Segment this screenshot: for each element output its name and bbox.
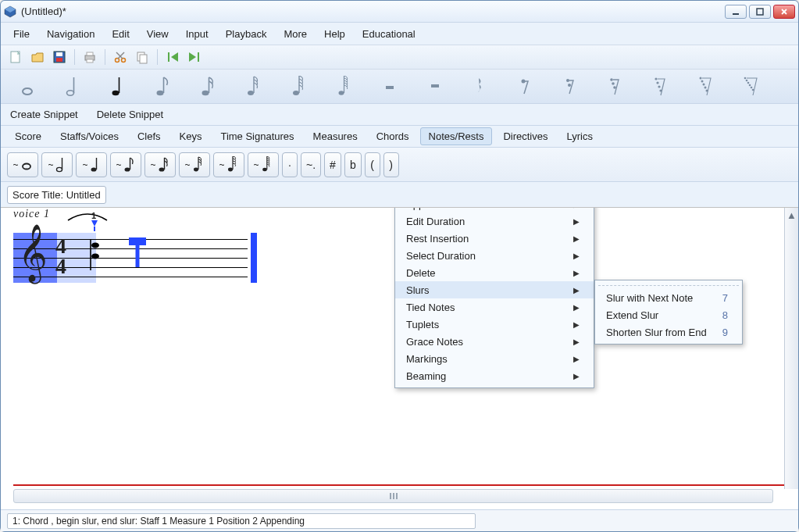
menu-rest-insertion[interactable]: Rest Insertion▶ <box>395 230 594 247</box>
svg-rect-2 <box>733 13 739 15</box>
dot-button[interactable]: · <box>282 152 298 177</box>
create-snippet-button[interactable]: Create Snippet <box>7 107 81 122</box>
dur-tied-32nd[interactable]: ~ <box>179 152 210 177</box>
rest-64th[interactable] <box>646 75 677 98</box>
rest-quarter[interactable] <box>465 75 496 98</box>
close-button[interactable] <box>773 5 795 19</box>
nav-next-button[interactable] <box>186 48 203 66</box>
tab-notes-rests[interactable]: Notes/Rests <box>420 127 493 145</box>
menu-help[interactable]: Help <box>316 26 353 42</box>
menu-view[interactable]: View <box>139 26 177 42</box>
statusbar: 1: Chord , begin slur, end slur: Staff 1… <box>1 509 798 531</box>
rest-256th[interactable] <box>737 75 768 98</box>
cut-button[interactable] <box>112 48 129 66</box>
menu-file[interactable]: File <box>5 26 37 42</box>
paren-open-button[interactable]: ( <box>365 152 380 177</box>
tab-directives[interactable]: Directives <box>495 128 555 145</box>
vertical-scrollbar[interactable]: ▲ <box>784 208 798 489</box>
tab-lyrics[interactable]: Lyrics <box>558 128 600 145</box>
menu-input[interactable]: Input <box>178 26 216 42</box>
paren-close-button[interactable]: ) <box>383 152 399 177</box>
svg-point-46 <box>655 77 657 80</box>
svg-point-56 <box>746 79 748 81</box>
rest-eighth[interactable] <box>510 75 541 98</box>
svg-point-52 <box>703 83 705 85</box>
svg-point-72 <box>228 167 233 171</box>
open-file-button[interactable] <box>29 48 46 66</box>
save-file-button[interactable] <box>51 48 68 66</box>
note-64th[interactable] <box>284 75 315 98</box>
dur-tied-128th[interactable]: ~ <box>248 152 279 177</box>
tab-staffs-voices[interactable]: Staffs/Voices <box>52 128 127 145</box>
menu-append-insert-duration[interactable]: Append/Insert Duration▶ <box>395 207 594 212</box>
flat-button[interactable]: b <box>344 152 362 177</box>
note-32nd[interactable] <box>238 75 269 98</box>
minimize-button[interactable] <box>725 5 747 19</box>
svg-point-43 <box>610 78 613 81</box>
note-whole[interactable] <box>12 75 43 98</box>
dur-tied-quarter[interactable]: ~ <box>76 152 107 177</box>
rest-32nd[interactable] <box>601 75 632 98</box>
svg-point-36 <box>339 91 344 95</box>
horizontal-scrollbar[interactable] <box>13 489 773 503</box>
rest-whole[interactable] <box>374 75 405 98</box>
tab-keys[interactable]: Keys <box>172 128 210 145</box>
tab-clefs[interactable]: Clefs <box>130 128 169 145</box>
staff[interactable]: 𝄞 44 <box>13 233 248 283</box>
status-text: 1: Chord , begin slur, end slur: Staff 1… <box>7 513 476 529</box>
menu-markings[interactable]: Markings▶ <box>395 350 594 367</box>
menu-playback[interactable]: Playback <box>218 26 275 42</box>
rest-16th[interactable] <box>555 75 587 98</box>
menu-navigation[interactable]: Navigation <box>39 26 102 42</box>
menu-slur-with-next-note[interactable]: Slur with Next Note7 <box>595 289 742 306</box>
dur-tied-whole[interactable]: ~ <box>7 152 38 177</box>
print-button[interactable] <box>81 48 98 66</box>
svg-point-48 <box>658 85 660 87</box>
svg-point-57 <box>747 81 750 84</box>
scroll-up-icon[interactable]: ▲ <box>785 208 798 222</box>
svg-marker-76 <box>91 220 98 227</box>
svg-point-28 <box>157 90 164 95</box>
dur-tied-64th[interactable]: ~ <box>213 152 244 177</box>
copy-button[interactable] <box>134 48 151 66</box>
menu-grace-notes[interactable]: Grace Notes▶ <box>395 333 594 350</box>
note-sixteenth[interactable] <box>193 75 224 98</box>
nav-prev-button[interactable] <box>164 48 181 66</box>
menu-select-duration[interactable]: Select Duration▶ <box>395 247 594 264</box>
tab-time-signatures[interactable]: Time Signatures <box>212 128 301 145</box>
score-canvas[interactable]: voice 1 1 𝄞 44 <box>1 207 798 531</box>
note-eighth[interactable] <box>148 75 179 98</box>
note-head-1[interactable] <box>88 239 102 270</box>
menu-more[interactable]: More <box>276 26 315 42</box>
menu-edit[interactable]: Edit <box>104 26 137 42</box>
menu-educational[interactable]: Educational <box>355 26 423 42</box>
sharp-button[interactable]: # <box>324 152 341 177</box>
menu-slurs[interactable]: Slurs▶ <box>395 281 594 298</box>
menu-beaming[interactable]: Beaming▶ <box>395 367 594 384</box>
dur-tied-sixteenth[interactable]: ~ <box>144 152 176 177</box>
menu-delete[interactable]: Delete▶ <box>395 264 594 281</box>
delete-snippet-button[interactable]: Delete Snippet <box>94 107 166 122</box>
tab-measures[interactable]: Measures <box>305 128 366 145</box>
note-half[interactable] <box>57 75 88 98</box>
tab-chords[interactable]: Chords <box>369 128 417 145</box>
menu-tied-notes[interactable]: Tied Notes▶ <box>395 298 594 316</box>
rest-half[interactable] <box>419 75 451 98</box>
dur-tied-eighth[interactable]: ~ <box>110 152 141 177</box>
titlebar: (Untitled)* <box>1 1 798 23</box>
new-file-button[interactable] <box>7 48 24 66</box>
tab-score[interactable]: Score <box>7 128 49 145</box>
maximize-button[interactable] <box>749 5 771 19</box>
score-title-field[interactable]: Score Title: Untitled <box>7 186 106 204</box>
separator-line <box>13 484 786 486</box>
menu-shorten-slur-from-end[interactable]: Shorten Slur from End9 <box>595 323 742 341</box>
menu-tuplets[interactable]: Tuplets▶ <box>395 316 594 333</box>
dur-tied-half[interactable]: ~ <box>41 152 73 177</box>
note-128th[interactable] <box>329 75 360 98</box>
menu-extend-slur[interactable]: Extend Slur8 <box>595 306 742 323</box>
barline-end <box>251 233 257 283</box>
note-quarter[interactable] <box>102 75 134 98</box>
menu-edit-duration[interactable]: Edit Duration▶ <box>395 212 594 230</box>
tie-button[interactable]: ~. <box>301 152 321 177</box>
rest-128th[interactable] <box>691 75 722 98</box>
